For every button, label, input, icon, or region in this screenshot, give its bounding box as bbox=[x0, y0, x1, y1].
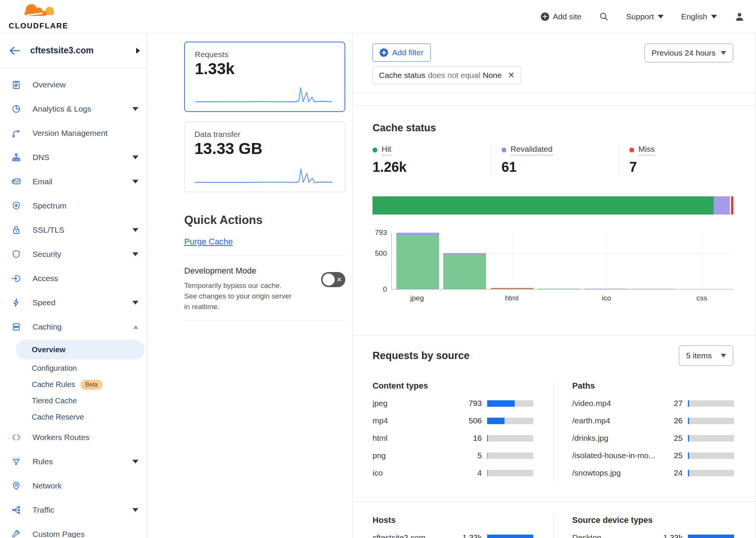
bar-png[interactable] bbox=[538, 289, 581, 289]
sidebar-subitem-configuration[interactable]: Configuration bbox=[0, 360, 147, 376]
site-sidebar: cftestsite3.com Overview Analytics & Log… bbox=[0, 33, 147, 538]
chevron-right-icon[interactable] bbox=[136, 48, 140, 54]
progress-track bbox=[487, 435, 533, 442]
remove-filter-icon[interactable]: ✕ bbox=[508, 70, 515, 80]
sidebar-subitem-caching-overview[interactable]: Overview bbox=[16, 340, 144, 359]
progress-track bbox=[487, 452, 533, 459]
sidebar-item-overview[interactable]: Overview bbox=[0, 73, 147, 97]
table-row: mp4 506 bbox=[373, 412, 533, 429]
table-row: /isolated-house-in-mo... 25 bbox=[572, 447, 734, 464]
content-types-header: Content types bbox=[373, 381, 533, 391]
sidebar-item-workers-routes[interactable]: Workers Routes bbox=[0, 425, 147, 449]
other-body bbox=[631, 289, 674, 289]
miss-value: 7 bbox=[629, 159, 717, 175]
bar-jpeg[interactable] bbox=[396, 233, 439, 289]
sidebar-item-access[interactable]: Access bbox=[0, 266, 147, 291]
server-stack-icon bbox=[11, 321, 23, 333]
revalidated-legend-dot bbox=[501, 148, 506, 152]
chart-plot-area bbox=[391, 233, 733, 289]
sidebar-item-speed[interactable]: Speed bbox=[0, 291, 147, 315]
data-transfer-sparkline bbox=[194, 166, 335, 186]
sidebar-subitem-cache-reserve[interactable]: Cache Reserve bbox=[0, 409, 147, 425]
progress-fill bbox=[688, 400, 689, 407]
language-menu[interactable]: English bbox=[681, 12, 717, 21]
progress-track bbox=[487, 470, 533, 476]
back-arrow-icon[interactable] bbox=[9, 46, 20, 55]
add-site-button[interactable]: Add site bbox=[541, 12, 582, 21]
sidebar-item-ssl-tls[interactable]: SSL/TLS bbox=[0, 218, 147, 242]
sidebar-item-dns[interactable]: DNS bbox=[0, 145, 147, 169]
chevron-down-icon bbox=[132, 460, 138, 463]
divider bbox=[184, 255, 345, 255]
sidebar-nav: Overview Analytics & Logs Version Manage… bbox=[0, 68, 147, 538]
bar-other[interactable] bbox=[631, 289, 674, 289]
progress-track bbox=[688, 435, 734, 442]
requests-by-source-section: Requests by source 5 items Content types… bbox=[353, 335, 756, 538]
progress-track bbox=[487, 535, 533, 538]
toggle-off-x-icon: ✕ bbox=[337, 276, 342, 284]
progress-fill bbox=[688, 535, 734, 538]
hit-label[interactable]: Hit bbox=[382, 145, 391, 155]
support-menu[interactable]: Support bbox=[626, 12, 664, 21]
table-row: html 16 bbox=[373, 429, 533, 447]
bar-mp4[interactable] bbox=[443, 253, 486, 289]
lock-icon bbox=[11, 224, 23, 236]
cache-status-stats: Hit 1.26k Revalidated 61 Miss bbox=[373, 145, 733, 175]
requests-by-source-title: Requests by source bbox=[373, 350, 470, 362]
access-icon bbox=[11, 273, 23, 284]
stat-miss: Miss 7 bbox=[618, 145, 717, 175]
toggle-knob bbox=[323, 274, 335, 286]
search-button[interactable] bbox=[599, 12, 609, 22]
revalidated-label[interactable]: Revalidated bbox=[511, 145, 553, 155]
divider bbox=[184, 320, 345, 321]
hit-value: 1.26k bbox=[373, 159, 491, 175]
chevron-down-icon bbox=[132, 508, 138, 512]
progress-fill bbox=[487, 435, 488, 442]
miss-label[interactable]: Miss bbox=[638, 145, 655, 155]
requests-card-value: 1.33k bbox=[195, 60, 335, 78]
sidebar-item-version-management[interactable]: Version Management bbox=[0, 121, 147, 145]
sidebar-item-email[interactable]: Email bbox=[0, 169, 147, 194]
hit-legend-dot bbox=[373, 148, 377, 152]
progress-fill bbox=[487, 535, 533, 538]
items-count-select[interactable]: 5 items bbox=[679, 345, 733, 366]
sidebar-item-custom-pages[interactable]: Custom Pages bbox=[0, 522, 147, 538]
development-mode-title: Development Mode bbox=[184, 266, 294, 276]
progress-fill bbox=[688, 435, 689, 442]
development-mode-toggle[interactable]: ✕ bbox=[321, 272, 345, 287]
hit-body bbox=[538, 289, 581, 289]
cloudflare-cloud-icon bbox=[16, 3, 61, 21]
sidebar-item-rules[interactable]: Rules bbox=[0, 449, 147, 474]
sidebar-item-security[interactable]: Security bbox=[0, 242, 147, 266]
y-axis-labels: 793 500 0 bbox=[373, 233, 389, 289]
table-row: ico 4 bbox=[373, 464, 533, 482]
progress-fill bbox=[487, 400, 515, 407]
filter-chip-cache-status[interactable]: Cache status does not equal None ✕ bbox=[373, 66, 521, 84]
chevron-down-icon bbox=[132, 107, 138, 111]
account-menu[interactable] bbox=[734, 11, 745, 22]
search-icon bbox=[599, 12, 609, 22]
bar-ico[interactable] bbox=[585, 289, 627, 289]
sidebar-subitem-tiered-cache[interactable]: Tiered Cache bbox=[0, 393, 147, 409]
filter-operator: does not equal bbox=[428, 71, 480, 80]
miss-body bbox=[491, 288, 534, 289]
time-range-select[interactable]: Previous 24 hours bbox=[644, 44, 733, 62]
sidebar-item-spectrum[interactable]: Spectrum bbox=[0, 194, 147, 218]
bar-html[interactable] bbox=[491, 288, 534, 289]
table-row: /drinks.jpg 25 bbox=[572, 429, 734, 447]
requests-metric-card[interactable]: Requests 1.33k bbox=[184, 42, 345, 112]
add-filter-button[interactable]: Add filter bbox=[373, 44, 431, 62]
sidebar-item-caching[interactable]: Caching bbox=[0, 315, 147, 339]
x-tick-jpeg: jpeg bbox=[410, 294, 424, 302]
revalidated-body bbox=[585, 289, 627, 289]
sidebar-item-traffic[interactable]: Traffic bbox=[0, 498, 147, 522]
map-pin-icon bbox=[11, 480, 23, 491]
filter-bar: Add filter Cache status does not equal N… bbox=[353, 33, 756, 93]
chevron-down-icon bbox=[132, 252, 138, 256]
source-device-types-header: Source device types bbox=[572, 515, 734, 525]
sidebar-item-network[interactable]: Network bbox=[0, 474, 147, 498]
data-transfer-metric-card[interactable]: Data transfer 13.33 GB bbox=[184, 122, 345, 192]
sidebar-subitem-cache-rules[interactable]: Cache Rules Beta bbox=[0, 376, 147, 393]
purge-cache-link[interactable]: Purge Cache bbox=[184, 237, 233, 247]
sidebar-item-analytics-logs[interactable]: Analytics & Logs bbox=[0, 97, 147, 121]
